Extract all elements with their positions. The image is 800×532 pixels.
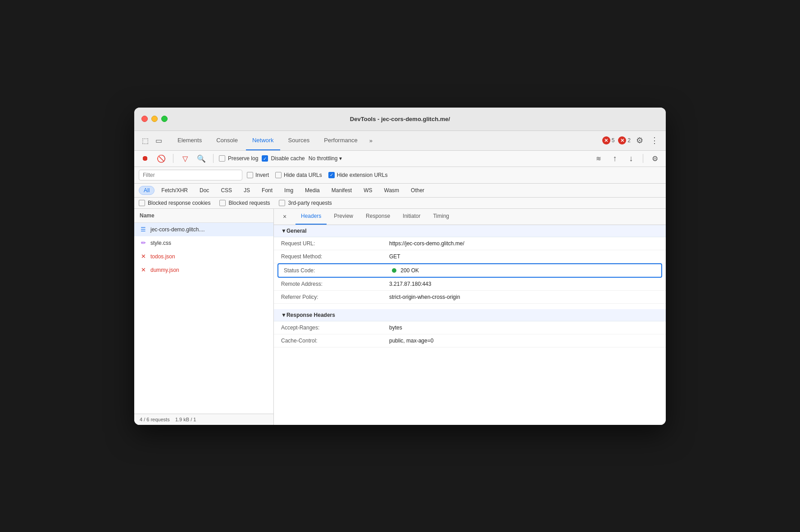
detail-value: GET <box>389 253 659 260</box>
filter-button[interactable]: ▽ <box>179 152 191 165</box>
detail-key: Remote Address: <box>281 281 389 287</box>
hide-ext-checkbox[interactable]: ✓ <box>328 172 335 178</box>
detail-key: Accept-Ranges: <box>281 325 389 331</box>
device-icon[interactable]: ▭ <box>153 135 164 146</box>
invert-label: Invert <box>255 172 269 178</box>
type-pill-wasm[interactable]: Wasm <box>379 186 405 195</box>
tab-more-button[interactable]: » <box>366 135 376 147</box>
error-icon-2: ✕ <box>618 136 626 144</box>
detail-key: Referrer Policy: <box>281 294 389 300</box>
traffic-lights <box>141 116 168 122</box>
detail-value: bytes <box>389 325 659 331</box>
detail-row-referrer-policy: Referrer Policy: strict-origin-when-cros… <box>274 291 666 304</box>
disable-cache-control: ✓ Disable cache <box>262 155 305 162</box>
list-item[interactable]: ✏ style.css <box>134 236 273 250</box>
tab-timing[interactable]: Timing <box>427 209 455 225</box>
network-settings-icon[interactable]: ⚙ <box>649 152 661 165</box>
tab-console[interactable]: Console <box>210 131 244 150</box>
type-pill-ws[interactable]: WS <box>359 186 377 195</box>
throttle-select[interactable]: No throttling ▾ <box>309 155 342 162</box>
doc-icon: ☰ <box>140 226 147 233</box>
detail-value: 200 OK <box>392 267 656 274</box>
type-pill-doc[interactable]: Doc <box>195 186 214 195</box>
settings-icon[interactable]: ⚙ <box>634 134 645 147</box>
tab-elements[interactable]: Elements <box>171 131 208 150</box>
detail-value: public, max-age=0 <box>389 338 659 344</box>
preserve-log-label: Preserve log <box>228 155 258 162</box>
status-code-value: 200 OK <box>400 267 419 274</box>
tab-sources[interactable]: Sources <box>282 131 316 150</box>
error-icon-1: ✕ <box>602 136 610 144</box>
more-options-icon[interactable]: ⋮ <box>649 134 660 147</box>
tab-performance[interactable]: Performance <box>318 131 364 150</box>
error-badge-2: ✕ 2 <box>618 136 631 144</box>
detail-row-accept-ranges: Accept-Ranges: bytes <box>274 321 666 334</box>
hide-data-checkbox[interactable] <box>275 172 282 178</box>
clear-button[interactable]: 🚫 <box>155 152 168 165</box>
tab-headers[interactable]: Headers <box>295 209 327 225</box>
general-section-header[interactable]: ▼General <box>274 225 666 237</box>
toolbar-divider-2 <box>213 154 214 163</box>
size-info: 1.9 kB / 1 <box>175 417 196 422</box>
type-pill-img[interactable]: Img <box>279 186 298 195</box>
third-party-label: 3rd-party requests <box>288 200 332 206</box>
upload-icon[interactable]: ↑ <box>609 152 621 165</box>
list-item[interactable]: ☰ jec-cors-demo.glitch.... <box>134 223 273 236</box>
type-pill-font[interactable]: Font <box>257 186 277 195</box>
detail-row-request-method: Request Method: GET <box>274 250 666 263</box>
error-count-2: 2 <box>627 137 631 144</box>
wifi-icon[interactable]: ≋ <box>592 152 605 165</box>
detail-value: 3.217.87.180:443 <box>389 281 659 287</box>
tab-network[interactable]: Network <box>246 131 280 150</box>
detail-panel: × Headers Preview Response Initiator Tim… <box>274 209 666 425</box>
tab-response[interactable]: Response <box>360 209 395 225</box>
filter-input[interactable] <box>139 170 242 180</box>
hide-ext-control: ✓ Hide extension URLs <box>328 172 388 178</box>
detail-row-cache-control: Cache-Control: public, max-age=0 <box>274 334 666 347</box>
tab-preview[interactable]: Preview <box>328 209 359 225</box>
toolbar-divider <box>173 154 173 163</box>
type-pill-other[interactable]: Other <box>406 186 429 195</box>
type-pill-media[interactable]: Media <box>300 186 325 195</box>
blocked-requests-checkbox[interactable] <box>219 200 226 206</box>
detail-key: Status Code: <box>284 267 392 274</box>
list-item[interactable]: ✕ todos.json <box>134 250 273 263</box>
type-pill-manifest[interactable]: Manifest <box>327 186 357 195</box>
type-pill-css[interactable]: CSS <box>216 186 237 195</box>
requests-count: 4 / 6 requests <box>140 417 170 422</box>
devtools-window: DevTools - jec-cors-demo.glitch.me/ ⬚ ▭ … <box>134 108 666 425</box>
blocked-response-cookies: Blocked response cookies <box>139 200 210 206</box>
hide-data-label: Hide data URLs <box>284 172 322 178</box>
minimize-button[interactable] <box>151 116 158 122</box>
selector-icon[interactable]: ⬚ <box>140 135 150 146</box>
detail-value: https://jec-cors-demo.glitch.me/ <box>389 240 659 247</box>
toolbar-divider-3 <box>643 154 643 163</box>
response-section-header[interactable]: ▼Response Headers <box>274 309 666 321</box>
filter-checkboxes: Invert Hide data URLs ✓ Hide extension U… <box>247 172 387 178</box>
search-button[interactable]: 🔍 <box>195 152 208 165</box>
blocked-requests-label: Blocked requests <box>228 200 270 206</box>
preserve-log-checkbox[interactable] <box>219 155 225 162</box>
window-title: DevTools - jec-cors-demo.glitch.me/ <box>350 116 450 122</box>
maximize-button[interactable] <box>161 116 168 122</box>
close-button[interactable] <box>141 116 148 122</box>
blocked-cookies-checkbox[interactable] <box>139 200 145 206</box>
file-name: dummy.json <box>150 267 179 273</box>
detail-content: ▼General Request URL: https://jec-cors-d… <box>274 225 666 347</box>
invert-checkbox[interactable] <box>247 172 253 178</box>
record-button[interactable]: ⏺ <box>139 152 151 165</box>
filter-row: Invert Hide data URLs ✓ Hide extension U… <box>134 167 666 184</box>
close-detail-button[interactable]: × <box>279 211 290 222</box>
tab-initiator[interactable]: Initiator <box>397 209 426 225</box>
download-icon[interactable]: ↓ <box>625 152 637 165</box>
type-pill-fetch-xhr[interactable]: Fetch/XHR <box>156 186 193 195</box>
disable-cache-checkbox[interactable]: ✓ <box>262 155 268 162</box>
status-green-dot <box>392 268 396 273</box>
third-party-checkbox[interactable] <box>279 200 285 206</box>
list-item[interactable]: ✕ dummy.json <box>134 263 273 277</box>
type-pill-js[interactable]: JS <box>239 186 255 195</box>
detail-key: Cache-Control: <box>281 338 389 344</box>
type-pill-all[interactable]: All <box>139 186 155 195</box>
error-icon: ✕ <box>140 253 147 260</box>
blocked-cookies-label: Blocked response cookies <box>148 200 210 206</box>
